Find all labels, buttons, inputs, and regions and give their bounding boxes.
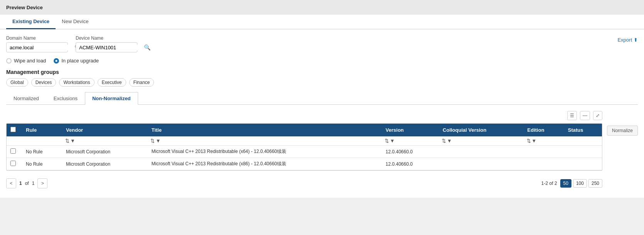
inner-tabs: Normalized Exclusions Non-Normalized <box>6 92 638 105</box>
main-tabs: Existing Device New Device <box>0 15 644 29</box>
results-count: 1-2 of 2 <box>541 181 557 186</box>
filter-version: ⇅ ▼ <box>382 136 439 146</box>
page-size-250[interactable]: 250 <box>588 179 602 188</box>
tag-workstations[interactable]: Workstations <box>59 78 94 87</box>
tab-normalized[interactable]: Normalized <box>6 92 46 105</box>
page-size-100[interactable]: 100 <box>573 179 587 188</box>
tab-new-device[interactable]: New Device <box>56 15 95 29</box>
edition-filter-icons: ⇅ ▼ <box>527 138 561 144</box>
header-vendor: Vendor <box>62 124 147 136</box>
row1-rule: No Rule <box>22 146 62 158</box>
page-size-buttons: 50 100 250 <box>560 179 602 188</box>
total-pages: 1 <box>32 181 35 186</box>
row1-edition <box>524 146 564 158</box>
domain-name-input[interactable] <box>10 45 74 50</box>
header-rule: Rule <box>22 124 62 136</box>
in-place-radio[interactable] <box>54 58 59 64</box>
tag-finance[interactable]: Finance <box>129 78 154 87</box>
filter-title: ⇅ ▼ <box>147 136 382 146</box>
select-all-checkbox[interactable] <box>10 127 16 132</box>
management-groups-title: Management groups <box>6 69 638 75</box>
tab-existing-device[interactable]: Existing Device <box>6 15 56 29</box>
version-filter-icons: ⇅ ▼ <box>385 138 436 144</box>
row1-vendor: Microsoft Corporation <box>62 146 147 158</box>
device-name-label: Device Name <box>76 35 137 41</box>
tag-executive[interactable]: Executive <box>98 78 126 87</box>
domain-name-input-wrapper: 🔍 <box>6 42 68 52</box>
row2-title: Microsoft Visual C++ 2013 Redistributabl… <box>147 158 382 170</box>
filter-vendor: ⇅ ▼ <box>62 136 147 146</box>
export-button[interactable]: Export ⬆ <box>617 35 638 43</box>
colloquial-filter-icon[interactable]: ▼ <box>447 138 452 144</box>
in-place-label: In place upgrade <box>61 58 99 64</box>
table-header-row: Rule Vendor Title Version Colloquial Ver… <box>7 124 602 136</box>
version-filter-icon[interactable]: ▼ <box>390 138 395 144</box>
wipe-load-radio[interactable] <box>6 58 12 64</box>
header-version: Version <box>382 124 439 136</box>
normalize-panel: Normalize <box>607 111 638 136</box>
row2-status <box>564 158 602 170</box>
device-name-input-wrapper: 🔍 <box>76 42 137 52</box>
row1-checkbox-cell <box>7 146 22 158</box>
wipe-load-label: Wipe and load <box>14 58 46 64</box>
of-label: of <box>25 181 29 186</box>
version-sort-icon[interactable]: ⇅ <box>385 138 389 144</box>
colloquial-filter-icons: ⇅ ▼ <box>442 138 520 144</box>
title-filter-icon[interactable]: ▼ <box>156 138 161 144</box>
export-icon: ⬆ <box>634 37 638 43</box>
domain-name-label: Domain Name <box>6 35 68 41</box>
normalize-button[interactable]: Normalize <box>607 126 638 136</box>
pagination: < 1 of 1 > 1-2 of 2 50 100 250 <box>6 175 602 191</box>
filter-row: ⇅ ▼ ⇅ ▼ <box>7 136 602 146</box>
row2-rule: No Rule <box>22 158 62 170</box>
data-table: Rule Vendor Title Version Colloquial Ver… <box>6 123 602 171</box>
prev-page-button[interactable]: < <box>6 178 16 188</box>
row2-edition <box>524 158 564 170</box>
next-page-button[interactable]: > <box>37 178 47 188</box>
row1-title: Microsoft Visual C++ 2013 Redistributabl… <box>147 146 382 158</box>
vendor-filter-icons: ⇅ ▼ <box>65 138 144 144</box>
wipe-load-option[interactable]: Wipe and load <box>6 58 46 64</box>
expand-icon-button[interactable]: ⤢ <box>593 111 602 120</box>
current-page: 1 <box>19 181 22 186</box>
device-name-input[interactable] <box>79 45 144 50</box>
vendor-filter-icon[interactable]: ▼ <box>70 138 75 144</box>
colloquial-sort-icon[interactable]: ⇅ <box>442 138 446 144</box>
header-edition: Edition <box>524 124 564 136</box>
collapse-icon-button[interactable]: — <box>580 111 590 120</box>
header-colloquial: Colloquial Version <box>439 124 523 136</box>
device-name-search-icon[interactable]: 🔍 <box>144 44 150 50</box>
tab-exclusions[interactable]: Exclusions <box>46 92 85 105</box>
header-status: Status <box>564 124 602 136</box>
row2-version: 12.0.40660.0 <box>382 158 439 170</box>
columns-icon-button[interactable]: ☰ <box>567 111 577 120</box>
in-place-option[interactable]: In place upgrade <box>54 58 99 64</box>
device-name-group: Device Name 🔍 <box>76 35 137 52</box>
header-checkbox-cell <box>7 124 22 136</box>
row1-checkbox[interactable] <box>10 148 16 154</box>
row1-status <box>564 146 602 158</box>
radio-row: Wipe and load In place upgrade <box>6 58 638 64</box>
export-label: Export <box>617 37 632 43</box>
management-groups-section: Management groups Global Devices Worksta… <box>6 69 638 87</box>
row1-version: 12.0.40660.0 <box>382 146 439 158</box>
edition-sort-icon[interactable]: ⇅ <box>527 138 531 144</box>
filter-colloquial: ⇅ ▼ <box>439 136 523 146</box>
row1-colloquial <box>439 146 523 158</box>
tag-global[interactable]: Global <box>6 78 28 87</box>
page-title: Preview Device <box>6 5 43 10</box>
table-row: No Rule Microsoft Corporation Microsoft … <box>7 158 602 170</box>
title-sort-icon[interactable]: ⇅ <box>150 138 155 144</box>
edition-filter-icon[interactable]: ▼ <box>532 138 537 144</box>
filter-rule <box>22 136 62 146</box>
tag-devices[interactable]: Devices <box>31 78 56 87</box>
filter-status <box>564 136 602 146</box>
fields-row: Domain Name 🔍 Device Name 🔍 Export ⬆ <box>6 35 638 52</box>
tag-list: Global Devices Workstations Executive Fi… <box>6 78 638 87</box>
page-size-50[interactable]: 50 <box>560 179 571 188</box>
tab-non-normalized[interactable]: Non-Normalized <box>85 92 138 105</box>
filter-edition: ⇅ ▼ <box>524 136 564 146</box>
row2-checkbox[interactable] <box>10 161 16 166</box>
vendor-sort-icon[interactable]: ⇅ <box>65 138 69 144</box>
row2-checkbox-cell <box>7 158 22 170</box>
